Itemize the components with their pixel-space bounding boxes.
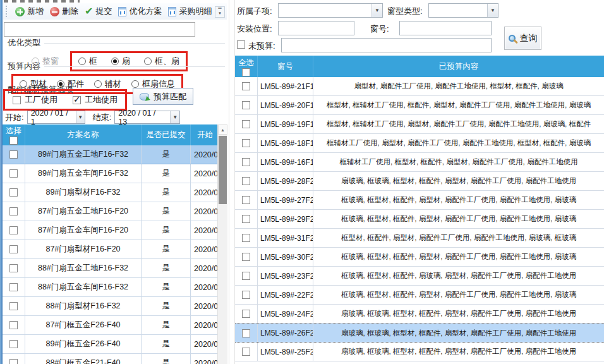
panel-splitter[interactable] xyxy=(229,0,235,364)
table-row-selected[interactable]: LM5L-89#-26F24 扇玻璃, 框玻璃, 框型材, 框配件, 扇型材, … xyxy=(235,324,604,343)
row-checkbox[interactable] xyxy=(242,177,250,185)
window-table-header: 全选 窗号 已预算内容 xyxy=(235,56,604,77)
query-button-label: 查询 xyxy=(520,33,538,44)
row-checkbox[interactable] xyxy=(242,120,250,128)
row-checkbox[interactable] xyxy=(9,321,18,329)
row-checkbox[interactable] xyxy=(242,196,250,204)
group-divider xyxy=(44,66,225,67)
row-checkbox[interactable] xyxy=(242,272,250,280)
row-checkbox[interactable] xyxy=(9,283,18,291)
table-row[interactable]: LM5L-89#-27F25 框玻璃, 框型材, 框配件, 扇型材, 扇配件工厂… xyxy=(235,191,604,210)
select-all-checkbox[interactable] xyxy=(9,136,18,145)
query-button[interactable]: 查询 xyxy=(504,27,541,50)
row-checkbox[interactable] xyxy=(242,253,250,261)
select-column-header: 选择 xyxy=(3,124,25,145)
submit-button[interactable]: ✔ 提交 xyxy=(82,4,115,18)
sub-item-select[interactable]: ▼ xyxy=(278,3,383,18)
optimize-type-label: 优化类型 xyxy=(8,37,40,49)
row-checkbox[interactable] xyxy=(242,215,250,223)
vertical-scrollbar[interactable]: ▲ xyxy=(217,124,227,364)
row-checkbox[interactable] xyxy=(242,348,250,356)
unbudgeted-input[interactable] xyxy=(281,38,492,52)
optimize-plan-button[interactable]: 优化方案 xyxy=(115,4,165,18)
table-row[interactable]: LM5L-89#-25F23 扇玻璃, 框玻璃, 框型材, 框配件, 扇型材, … xyxy=(235,343,604,361)
install-position-input[interactable] xyxy=(278,21,354,35)
window-no-label: 窗号: xyxy=(370,23,389,35)
row-checkbox[interactable] xyxy=(9,245,18,253)
group-divider xyxy=(44,43,225,44)
table-row[interactable]: LM5L-89#-28F26 扇玻璃, 框玻璃, 框型材, 框配件, 扇型材, … xyxy=(235,172,604,191)
end-date-picker[interactable]: 2020 / 01 / 13 ▼ xyxy=(114,111,180,124)
table-row[interactable]: LM5L-89#-20F18 框型材, 框辅材工厂使用, 框配件, 扇型材, 扇… xyxy=(235,96,604,115)
row-checkbox[interactable] xyxy=(9,340,18,348)
table-row[interactable]: LM5L-89#-22F20 框玻璃, 框型材, 框配件, 扇型材, 扇配件工厂… xyxy=(235,286,604,305)
row-checkbox[interactable] xyxy=(9,302,18,310)
search-icon xyxy=(509,35,516,42)
toolbar-grip[interactable] xyxy=(6,6,8,17)
table-row[interactable]: 87#门扇五金车间F16-F20 是 2020/0 xyxy=(3,221,227,240)
table-row[interactable]: 87#门扇型材F16-F20 是 2020/0 xyxy=(3,240,227,259)
row-checkbox[interactable] xyxy=(9,264,18,272)
chevron-down-icon[interactable]: ▼ xyxy=(170,111,179,123)
row-checkbox[interactable] xyxy=(242,158,250,166)
checkbox-site-use[interactable]: 工地使用 xyxy=(73,94,118,106)
table-row[interactable]: 87#门框五金F26-F40 是 2020/0 xyxy=(3,316,227,335)
table-row[interactable]: 89#门扇型材F16-F32 是 2020/0 xyxy=(3,183,227,202)
table-row[interactable]: LM5L-89#-30F28 框玻璃, 框型材, 框配件, 扇型材, 扇配件工厂… xyxy=(235,248,604,267)
table-row[interactable]: 89#门扇五金车间F16-F32 是 2020/0 xyxy=(3,164,227,183)
table-row[interactable]: 89#门框五金F26-F40 是 2020/0 xyxy=(3,335,227,354)
row-checkbox[interactable] xyxy=(9,226,18,234)
table-row[interactable]: LM5L-89#-29F27 框玻璃, 框型材, 框配件, 扇型材, 扇配件工厂… xyxy=(235,210,604,229)
window-type-select[interactable]: ▼ xyxy=(428,3,498,18)
row-checkbox[interactable] xyxy=(242,234,250,242)
budget-match-button[interactable]: 预算匹配 xyxy=(133,88,193,105)
delete-button[interactable]: 删除 xyxy=(47,4,82,18)
add-button[interactable]: 新增 xyxy=(12,4,47,18)
start-column-header: 开始 xyxy=(191,124,217,145)
row-checkbox[interactable] xyxy=(9,169,18,178)
row-checkbox[interactable] xyxy=(242,139,250,147)
toolbar-overflow-button[interactable]: ▔▾ xyxy=(215,6,225,18)
purchase-detail-label: 采购明细 xyxy=(179,6,212,17)
table-row[interactable]: LM5L-89#-31F29 框型材, 框配件, 扇型材, 扇配件工厂使用, 扇… xyxy=(235,229,604,248)
chevron-down-icon[interactable]: ▼ xyxy=(371,4,382,17)
table-row[interactable]: LM5L-89#-21F19 扇型材, 扇配件工厂使用, 扇配件工地使用, 框型… xyxy=(235,77,604,96)
table-row[interactable]: LM5L-89#-16F15 框辅材工厂使用, 框型材, 框配件, 扇型材, 扇… xyxy=(235,153,604,172)
table-row[interactable]: 88#门扇型材F16-F32 是 2020/0 xyxy=(3,297,227,316)
plus-circle-icon xyxy=(15,7,25,16)
plan-filter-input[interactable] xyxy=(4,22,195,37)
row-checkbox[interactable] xyxy=(242,310,250,318)
table-row[interactable]: 88#门框五金F21-F40 是 2020/0 xyxy=(3,354,227,364)
row-checkbox[interactable] xyxy=(242,82,250,90)
row-checkbox[interactable] xyxy=(9,207,18,215)
start-date-picker[interactable]: 2020 / 01 / 1 ▼ xyxy=(27,111,85,124)
purchase-detail-button[interactable]: 采购明细 ▾ xyxy=(165,4,222,18)
table-row[interactable]: LM5L-89#-24F22 扇玻璃, 框玻璃, 框型材, 框配件, 扇型材, … xyxy=(235,305,604,324)
chevron-down-icon[interactable]: ▼ xyxy=(76,111,85,123)
row-checkbox[interactable] xyxy=(242,329,250,337)
window-no-input[interactable] xyxy=(399,21,492,35)
table-row[interactable]: LM5L-89#-18F16 框辅材工厂使用, 扇型材, 扇配件工厂使用, 扇配… xyxy=(235,134,604,153)
chevron-down-icon[interactable]: ▼ xyxy=(487,4,498,17)
submitted-column-header: 是否已提交 xyxy=(142,124,191,145)
table-row[interactable]: LM5L-89#-23F21 框玻璃, 框型材, 框配件, 扇玻璃, 扇型材, … xyxy=(235,267,604,286)
scroll-up-arrow-icon[interactable]: ▲ xyxy=(218,124,227,135)
window-type-label: 窗型类型: xyxy=(387,6,423,17)
table-row[interactable]: 89#门扇五金工地F16-F32 是 2020/0 xyxy=(3,145,227,164)
table-row[interactable]: 87#门扇五金工地F16-F20 是 2020/0 xyxy=(3,202,227,221)
table-row[interactable]: LM5L-89#-19F17 框型材, 框辅材工厂使用, 扇型材, 扇配件工厂使… xyxy=(235,115,604,134)
table-row[interactable]: 88#门扇五金车间F16-F32 是 2020/0 xyxy=(3,278,227,297)
scrollbar-thumb[interactable] xyxy=(219,136,227,204)
checkbox-factory-use[interactable]: 工厂使用 xyxy=(13,94,57,106)
row-checkbox[interactable] xyxy=(242,291,250,299)
select-all-checkbox[interactable] xyxy=(242,68,250,76)
clipped-header-fragment xyxy=(4,0,80,3)
row-checkbox[interactable] xyxy=(242,101,250,109)
row-checkbox[interactable] xyxy=(9,188,18,197)
plan-table: 选择 方案名称 是否已提交 开始 89#门扇五金工地F16-F32 是 2020… xyxy=(3,124,227,364)
row-checkbox[interactable] xyxy=(9,150,18,159)
unbudgeted-checkbox[interactable] xyxy=(237,40,245,49)
annotation-box-usage: 工厂使用 工地使用 xyxy=(3,89,127,111)
table-row[interactable]: 88#门扇五金工地F16-F32 是 2020/0 xyxy=(3,259,227,278)
row-checkbox[interactable] xyxy=(9,359,18,364)
